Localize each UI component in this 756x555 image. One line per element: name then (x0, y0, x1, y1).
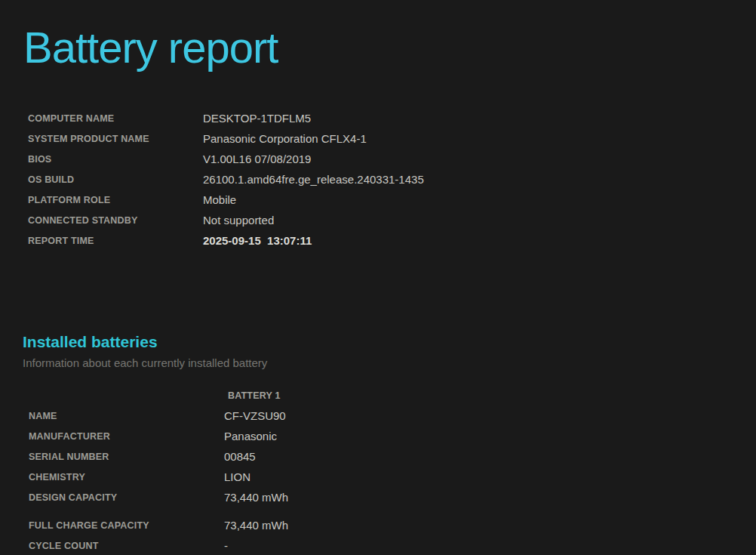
battery-info-label: CHEMISTRY (29, 472, 224, 483)
system-info-row: CONNECTED STANDBY Not supported (28, 210, 571, 230)
battery-info-label: SERIAL NUMBER (29, 452, 224, 462)
system-info-value: 2025-09-15 13:07:11 (203, 234, 571, 247)
battery-info-label: MANUFACTURER (29, 431, 224, 442)
system-info-row: REPORT TIME 2025-09-15 13:07:11 (28, 230, 571, 251)
battery-info-label: NAME (29, 411, 224, 421)
battery-info-value: - (224, 539, 572, 552)
system-info-row: OS BUILD 26100.1.amd64fre.ge_release.240… (28, 169, 571, 190)
battery-info-row: SERIAL NUMBER 00845 (29, 446, 572, 467)
battery-info-value: 73,440 mWh (224, 491, 572, 504)
system-info-value: Not supported (203, 214, 571, 227)
battery-info-row: CHEMISTRY LION (29, 467, 572, 487)
system-info-label: BIOS (28, 154, 203, 165)
battery-info-label: CYCLE COUNT (29, 541, 224, 551)
installed-batteries-subtitle: Information about each currently install… (23, 356, 267, 371)
system-info-row: PLATFORM ROLE Mobile (28, 190, 571, 210)
system-info-value: Mobile (203, 193, 571, 206)
system-info-label: CONNECTED STANDBY (28, 215, 203, 226)
system-info-value: Panasonic Corporation CFLX4-1 (203, 132, 571, 145)
system-info-label: SYSTEM PRODUCT NAME (28, 134, 203, 144)
system-info-label: OS BUILD (28, 174, 203, 185)
battery-table-header-row: BATTERY 1 (29, 385, 572, 405)
system-info-row: BIOS V1.00L16 07/08/2019 (28, 149, 571, 169)
system-info-value: 26100.1.amd64fre.ge_release.240331-1435 (203, 173, 571, 186)
battery-report-page: Battery report COMPUTER NAME DESKTOP-1TD… (0, 0, 756, 555)
system-info-label: PLATFORM ROLE (28, 195, 203, 205)
battery-table-rows: NAME CF-VZSU90 MANUFACTURER Panasonic SE… (29, 405, 572, 555)
installed-batteries-heading: Installed batteries (23, 332, 158, 351)
system-info-value: V1.00L16 07/08/2019 (203, 153, 571, 165)
battery-info-row: DESIGN CAPACITY 73,440 mWh (29, 487, 572, 507)
battery-info-row: MANUFACTURER Panasonic (29, 426, 572, 446)
system-info-label: REPORT TIME (28, 236, 203, 246)
battery-info-label: FULL CHARGE CAPACITY (29, 520, 224, 531)
battery-info-label: DESIGN CAPACITY (29, 492, 224, 503)
system-info-row: COMPUTER NAME DESKTOP-1TDFLM5 (28, 108, 571, 128)
system-info-row: SYSTEM PRODUCT NAME Panasonic Corporatio… (28, 128, 571, 149)
system-info-table: COMPUTER NAME DESKTOP-1TDFLM5 SYSTEM PRO… (28, 108, 571, 251)
battery-info-value: LION (224, 470, 572, 483)
battery-info-value: 73,440 mWh (224, 519, 572, 532)
battery-info-row: NAME CF-VZSU90 (29, 405, 572, 426)
system-info-label: COMPUTER NAME (28, 113, 203, 124)
battery-info-value: Panasonic (224, 430, 572, 442)
page-title: Battery report (23, 23, 278, 73)
battery-column-header: BATTERY 1 (224, 390, 572, 401)
battery-info-row: CYCLE COUNT - (29, 535, 572, 555)
battery-info-value: 00845 (224, 450, 572, 463)
battery-info-row: FULL CHARGE CAPACITY 73,440 mWh (29, 515, 572, 535)
battery-info-value: CF-VZSU90 (224, 409, 572, 422)
installed-batteries-table: BATTERY 1 NAME CF-VZSU90 MANUFACTURER Pa… (29, 385, 572, 555)
system-info-value: DESKTOP-1TDFLM5 (203, 112, 571, 125)
